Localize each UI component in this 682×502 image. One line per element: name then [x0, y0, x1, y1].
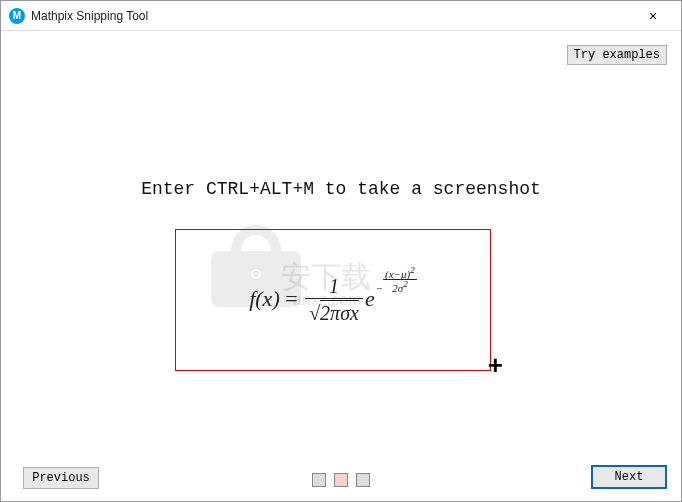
screenshot-preview: 安下载 anxz.com f(x) = 1√2πσxe−(x−μ)22σ2 +: [161, 219, 521, 387]
fraction-numerator: 1: [305, 274, 363, 299]
crosshair-cursor-icon: +: [488, 350, 503, 381]
exp-denominator: 2σ2: [383, 280, 417, 294]
formula-lhs: f(x): [249, 285, 280, 310]
sqrt-symbol: √: [309, 302, 320, 324]
formula-display: f(x) = 1√2πσxe−(x−μ)22σ2: [249, 274, 417, 327]
instruction-text: Enter CTRL+ALT+M to take a screenshot: [1, 179, 681, 199]
close-button[interactable]: ×: [633, 2, 673, 30]
formula-exponent: −(x−μ)22σ2: [376, 266, 417, 294]
app-icon: M: [9, 8, 25, 24]
exp-fraction: (x−μ)22σ2: [383, 266, 417, 294]
selection-box: f(x) = 1√2πσxe−(x−μ)22σ2: [175, 229, 491, 371]
pager-dot-2[interactable]: [334, 473, 348, 487]
formula-e: e: [365, 285, 375, 310]
sqrt-content: 2πσx: [320, 300, 359, 324]
previous-button[interactable]: Previous: [23, 467, 99, 489]
formula-fraction: 1√2πσx: [305, 274, 363, 327]
content-area: Try examples Enter CTRL+ALT+M to take a …: [1, 31, 681, 501]
exp-minus: −: [376, 282, 383, 294]
title-bar: M Mathpix Snipping Tool ×: [1, 1, 681, 31]
pager: [312, 473, 370, 487]
next-button[interactable]: Next: [591, 465, 667, 489]
try-examples-button[interactable]: Try examples: [567, 45, 667, 65]
bottom-bar: Previous Next: [1, 465, 681, 489]
pager-dot-3[interactable]: [356, 473, 370, 487]
fraction-denominator: √2πσx: [305, 299, 363, 327]
formula-equals: =: [280, 285, 303, 310]
pager-dot-1[interactable]: [312, 473, 326, 487]
exp-numerator: (x−μ)2: [383, 266, 417, 281]
window-title: Mathpix Snipping Tool: [31, 9, 633, 23]
